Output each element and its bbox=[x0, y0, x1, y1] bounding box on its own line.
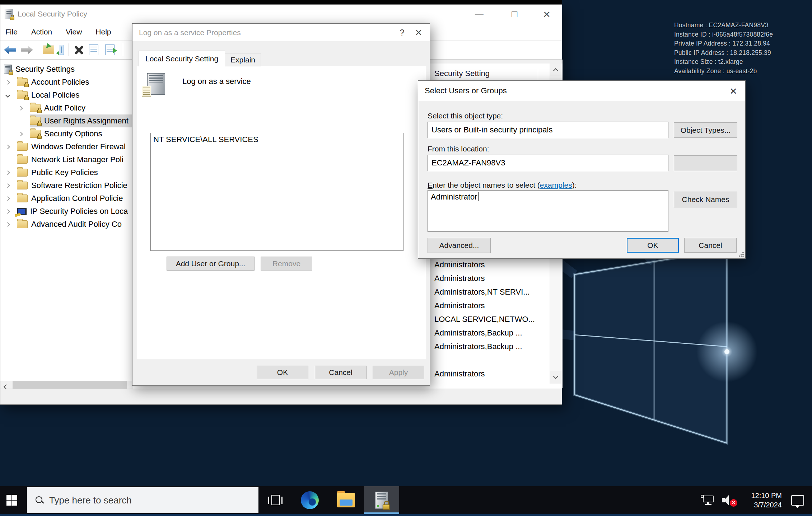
tray-volume-muted[interactable] bbox=[719, 486, 739, 514]
column-divider[interactable] bbox=[538, 65, 538, 82]
clock-time: 12:10 PM bbox=[751, 491, 782, 500]
properties-icon[interactable] bbox=[89, 44, 98, 55]
dialog-titlebar[interactable]: Select Users or Groups × bbox=[418, 81, 745, 101]
tree-item-security-settings[interactable]: Security Settings bbox=[0, 63, 133, 76]
chevron-right-icon[interactable] bbox=[6, 223, 17, 226]
policy-name: Log on as a service bbox=[182, 77, 251, 86]
remove-button[interactable]: Remove bbox=[261, 257, 312, 271]
scroll-up-arrow[interactable] bbox=[550, 64, 561, 76]
maximize-button[interactable]: □ bbox=[504, 5, 524, 23]
chevron-right-icon[interactable] bbox=[6, 197, 17, 200]
taskbar-search[interactable] bbox=[27, 487, 258, 513]
resize-grip[interactable] bbox=[738, 252, 744, 257]
tree-item-label: User Rights Assignment bbox=[44, 116, 129, 126]
tree-item-audit-policy[interactable]: Audit Policy bbox=[0, 102, 133, 114]
cancel-button[interactable]: Cancel bbox=[315, 366, 367, 379]
object-names-value: Administrator bbox=[431, 192, 477, 201]
horizontal-scrollbar[interactable] bbox=[0, 381, 133, 389]
chevron-right-icon[interactable] bbox=[6, 184, 17, 187]
task-view-button[interactable] bbox=[264, 486, 287, 514]
action-center-button[interactable] bbox=[787, 486, 808, 514]
ok-button[interactable]: OK bbox=[627, 238, 679, 253]
tree-item-user-rights-assignment[interactable]: User Rights Assignment bbox=[0, 114, 133, 127]
file-explorer-icon bbox=[337, 493, 355, 507]
show-console-tree-toggle[interactable] bbox=[59, 45, 64, 55]
up-one-level-icon[interactable] bbox=[43, 46, 54, 54]
cancel-button[interactable]: Cancel bbox=[684, 238, 737, 253]
members-listbox[interactable]: NT SERVICE\ALL SERVICES bbox=[150, 133, 403, 251]
menu-view[interactable]: View bbox=[66, 28, 82, 36]
menu-file[interactable]: File bbox=[5, 28, 18, 36]
tab-explain[interactable]: Explain bbox=[225, 53, 261, 66]
apply-button[interactable]: Apply bbox=[373, 366, 424, 379]
close-button[interactable]: × bbox=[410, 24, 427, 41]
tree-item-advanced-audit-policy-co[interactable]: Advanced Audit Policy Co bbox=[0, 218, 133, 231]
toolbar-separator bbox=[69, 43, 69, 56]
back-button-icon[interactable] bbox=[4, 46, 16, 54]
chevron-right-icon[interactable] bbox=[19, 132, 30, 136]
forward-button-icon[interactable] bbox=[21, 46, 33, 54]
ok-button[interactable]: OK bbox=[257, 366, 308, 379]
menu-action[interactable]: Action bbox=[31, 28, 52, 36]
names-label-accesskey: E bbox=[428, 181, 433, 189]
window-titlebar[interactable]: Local Security Policy — □ × bbox=[0, 5, 562, 23]
tree-item-software-restriction-policie[interactable]: Software Restriction Policie bbox=[0, 179, 133, 192]
tree-item-label: Public Key Policies bbox=[31, 168, 98, 177]
tree-item-ip-security-policies-on-loca[interactable]: IP Security Policies on Loca bbox=[0, 205, 133, 218]
tray-network[interactable] bbox=[699, 486, 717, 514]
location-field[interactable]: EC2AMAZ-FAN98V3 bbox=[428, 155, 668, 171]
select-users-or-groups-dialog: Select Users or Groups × Select this obj… bbox=[418, 80, 746, 259]
scroll-left-arrow[interactable] bbox=[0, 381, 10, 389]
scroll-down-arrow[interactable] bbox=[550, 371, 561, 384]
dialog-titlebar[interactable]: Log on as a service Properties ? × bbox=[132, 24, 430, 41]
tree-item-network-list-manager-poli[interactable]: Network List Manager Poli bbox=[0, 153, 133, 166]
tree-item-public-key-policies[interactable]: Public Key Policies bbox=[0, 166, 133, 179]
help-button[interactable]: ? bbox=[394, 24, 410, 41]
search-input[interactable] bbox=[49, 495, 236, 506]
taskbar-edge[interactable] bbox=[298, 486, 322, 514]
scrollbar-thumb[interactable] bbox=[13, 381, 127, 389]
app-icon bbox=[5, 9, 13, 19]
taskbar-clock[interactable]: 12:10 PM 3/7/2024 bbox=[751, 486, 782, 514]
chevron-right-icon[interactable] bbox=[6, 81, 17, 84]
advanced-button[interactable]: Advanced... bbox=[428, 238, 491, 253]
object-type-field[interactable]: Users or Built-in security principals bbox=[428, 122, 668, 138]
export-list-icon[interactable] bbox=[105, 44, 115, 55]
tree-item-security-options[interactable]: Security Options bbox=[0, 127, 133, 140]
object-names-textarea[interactable]: Administrator bbox=[428, 190, 668, 232]
toolbar-separator bbox=[123, 43, 123, 56]
examples-link[interactable]: examples bbox=[540, 181, 572, 189]
chevron-right-icon[interactable] bbox=[6, 210, 17, 213]
taskbar: 12:10 PM 3/7/2024 bbox=[0, 486, 812, 514]
tree-item-windows-defender-firewal[interactable]: Windows Defender Firewal bbox=[0, 140, 133, 153]
taskbar-file-explorer[interactable] bbox=[333, 486, 359, 514]
column-header-security-setting[interactable]: Security Setting bbox=[434, 69, 490, 78]
chevron-right-icon[interactable] bbox=[6, 171, 17, 174]
console-icon bbox=[4, 65, 12, 74]
delete-icon[interactable] bbox=[74, 44, 84, 55]
locations-button[interactable] bbox=[674, 155, 737, 171]
tree-item-application-control-policie[interactable]: Application Control Policie bbox=[0, 192, 133, 205]
lock-icon bbox=[383, 505, 390, 510]
check-names-button[interactable]: Check Names bbox=[674, 192, 737, 207]
close-button[interactable]: × bbox=[537, 5, 557, 23]
minimize-button[interactable]: — bbox=[469, 5, 489, 23]
scroll-paper-icon bbox=[142, 86, 151, 97]
start-button[interactable] bbox=[0, 486, 24, 514]
object-types-button[interactable]: Object Types... bbox=[674, 122, 737, 138]
add-user-or-group-button[interactable]: Add User or Group... bbox=[167, 257, 255, 271]
tree-item-local-policies[interactable]: Local Policies bbox=[0, 89, 133, 102]
tab-local-security-setting[interactable]: Local Security Setting bbox=[139, 51, 225, 66]
tree-item-account-policies[interactable]: Account Policies bbox=[0, 76, 133, 89]
local-security-policy-icon bbox=[375, 492, 388, 509]
close-button[interactable]: × bbox=[725, 82, 742, 100]
chevron-right-icon[interactable] bbox=[19, 107, 30, 110]
chevron-right-icon[interactable] bbox=[6, 145, 17, 149]
security-setting-value: Administrators,NT SERVI... bbox=[434, 287, 530, 297]
taskbar-local-security-policy-active[interactable] bbox=[364, 486, 399, 514]
member-item[interactable]: NT SERVICE\ALL SERVICES bbox=[151, 133, 403, 144]
chevron-down-icon[interactable] bbox=[6, 94, 17, 97]
lock-icon bbox=[24, 97, 29, 100]
info-public-ip: Public IP Address : 18.218.255.39 bbox=[674, 48, 773, 58]
menu-help[interactable]: Help bbox=[95, 28, 111, 36]
